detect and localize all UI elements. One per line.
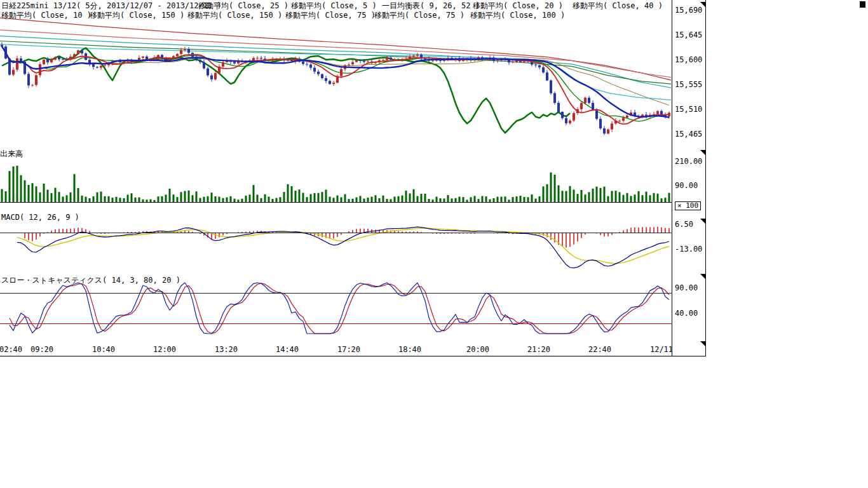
volume-multiplier-badge: × 100 (675, 201, 701, 210)
indicator-label[interactable]: 移動平均( Close, 100 ) (470, 11, 565, 20)
time-axis-label: 09:20 (31, 345, 53, 354)
time-axis-label: 20:00 (466, 345, 489, 354)
price-axis-tick: 15,465 (675, 130, 702, 139)
price-axis-tick: 15,510 (675, 105, 702, 114)
time-axis-label: 14:40 (276, 345, 299, 354)
time-axis-label: 17:20 (337, 345, 360, 354)
panel-resize-handle-icon[interactable] (700, 341, 706, 347)
chart-title: 日経225mini 13/12( 5分, 2013/12/07 - 2013/1… (1, 1, 222, 10)
macd-panel-title: MACD( 12, 26, 9 ) (1, 213, 79, 222)
time-axis-label: 10:40 (92, 345, 115, 354)
stoch-axis-tick: 40.00 (675, 309, 698, 318)
panel-resize-handle-icon[interactable] (700, 219, 706, 224)
panel-resize-handle-icon[interactable] (700, 2, 706, 8)
time-axis-label: 12/11 (650, 345, 673, 354)
indicator-label[interactable]: 移動平均( Close, 20 ) (473, 1, 563, 10)
chart-application: 日経225mini 13/12( 5分, 2013/12/07 - 2013/1… (0, 0, 868, 488)
indicator-label[interactable]: 移動平均( Close, 40 ) (573, 1, 663, 10)
volume-axis-tick: 210.00 (675, 157, 702, 166)
price-axis-tick: 15,600 (675, 55, 702, 64)
indicator-label[interactable]: 移動平均( Close, 150 ) (187, 11, 282, 20)
price-axis-tick: 15,555 (675, 80, 702, 89)
indicator-label[interactable]: 移動平均( Close, 75 ) (374, 11, 465, 20)
time-axis-label: 21:20 (527, 345, 550, 354)
indicator-label[interactable]: 移動平均( Close, 5 ) (291, 1, 377, 10)
time-axis-label: 02:40 (0, 345, 22, 354)
macd-axis-tick: 6.50 (675, 220, 693, 229)
price-axis-tick: 15,690 (675, 6, 702, 15)
indicator-label[interactable]: 一目均衡表( 9, 26, 52 ) (382, 1, 480, 10)
indicator-label[interactable]: 移動平均( Close, 10 ) (1, 11, 92, 20)
macd-axis-tick: -13.00 (675, 245, 702, 254)
volume-panel-title: 出来高 (0, 149, 23, 159)
volume-axis-tick: 90.00 (675, 181, 698, 190)
indicator-label[interactable]: 移動平均( Close, 150 ) (90, 11, 184, 20)
panel-resize-handle-icon[interactable] (700, 150, 706, 156)
panel-resize-handle-icon[interactable] (700, 274, 706, 280)
time-axis-label: 18:40 (398, 345, 421, 354)
window-corner-icon (860, 1, 865, 8)
stoch-axis-tick: 90.00 (675, 283, 698, 292)
time-axis-label: 22:40 (588, 345, 611, 354)
chart-canvas[interactable] (0, 0, 868, 488)
price-axis-tick: 15,645 (675, 30, 702, 39)
time-axis-label: 13:20 (215, 345, 238, 354)
indicator-label[interactable]: 移動平均( Close, 75 ) (285, 11, 376, 20)
indicator-label[interactable]: 移動平均( Close, 25 ) (198, 1, 288, 10)
time-axis-label: 12:00 (153, 345, 176, 354)
stoch-panel-title: スロー・ストキャスティクス( 14, 3, 80, 20 ) (1, 275, 180, 286)
